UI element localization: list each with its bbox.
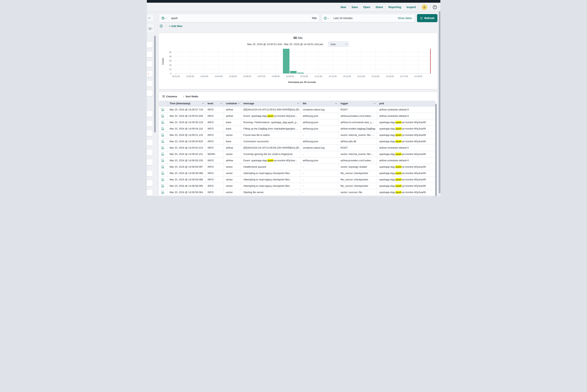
expand-document-button[interactable] [161, 133, 164, 137]
field-item-card[interactable] [147, 160, 153, 165]
column-header-logger[interactable]: logger [338, 100, 377, 106]
documents-table-panel: Columns ↕ Sort fields Time (timestamp)le… [159, 92, 438, 196]
remove-field-icon[interactable]: × [148, 72, 149, 76]
sort-fields-button[interactable]: ↕ Sort fields [183, 95, 198, 98]
cell-expand [159, 113, 167, 119]
cell-container: airflow [224, 113, 241, 119]
current-time-marker [430, 49, 431, 74]
topnav-share[interactable]: Share [376, 6, 383, 9]
x-tick-mark [318, 74, 318, 74]
column-header-message[interactable]: message [241, 100, 300, 106]
table-row: Mar 20, 2024 @ 14:08:59.065INFOvectorAtt… [159, 183, 435, 189]
column-header-level[interactable]: level [205, 100, 224, 106]
sidebar-collapse-toggle[interactable] [147, 14, 154, 22]
sidebar-scrollbar-thumb[interactable] [154, 36, 156, 132]
expand-document-button[interactable] [161, 108, 164, 111]
x-tick-label: 14:10:00 [300, 75, 308, 78]
main-content: DQL Last 18 minutes Show dates Refresh [157, 12, 438, 196]
x-tick-mark [176, 74, 176, 74]
field-item-card[interactable] [147, 81, 153, 86]
expand-document-button[interactable] [161, 140, 164, 143]
cell-level: INFO [205, 170, 224, 176]
x-tick-mark [290, 74, 290, 74]
expand-document-button[interactable] [161, 146, 164, 149]
x-gridline [190, 49, 190, 74]
sidebar-scrollbar[interactable]: ▲ [154, 34, 156, 196]
expand-document-button[interactable] [161, 159, 164, 162]
x-tick-label: 14:12:00 [329, 75, 337, 78]
chevron-down-icon [328, 17, 329, 19]
expand-document-button[interactable] [161, 184, 164, 188]
expand-document-button[interactable] [161, 165, 164, 168]
expand-document-button[interactable] [161, 172, 164, 175]
expand-document-button[interactable] [161, 121, 164, 124]
topnav-reporting[interactable]: Reporting [388, 6, 401, 9]
topnav-open[interactable]: Open [363, 6, 370, 9]
column-header-file[interactable]: file [300, 100, 338, 106]
cell-message: Event: sparkapp-dag-spark-pi-monitor-80y… [241, 113, 300, 119]
column-header-pod[interactable]: pod [377, 100, 435, 106]
cell-time: Mar 20, 2024 @ 14:09:00.825 [167, 138, 205, 144]
columns-button[interactable]: Columns [162, 95, 177, 98]
page-scrollbar[interactable] [438, 3, 440, 196]
field-item-card[interactable] [147, 42, 153, 48]
field-item-card[interactable] [147, 61, 153, 67]
cell-pod: sparkapp-dag-spark-pi-monitor-80y3uw09 [377, 176, 435, 183]
filter-icon[interactable] [160, 24, 163, 28]
app-header: NewSaveOpenShareReportingInspect a ? [147, 3, 440, 12]
time-range-subtitle: Mar 20, 2024 @ 14:00:51.418 - Mar 20, 20… [159, 42, 438, 47]
column-header-container[interactable]: container [224, 100, 241, 106]
columns-list-icon [162, 95, 165, 98]
histogram-bar[interactable] [297, 73, 304, 74]
expand-document-button[interactable] [161, 114, 164, 118]
cell-container: airflow [224, 106, 241, 113]
cell-logger: vector::internal_events::file::… [338, 151, 377, 157]
show-dates-button[interactable]: Show dates [398, 16, 414, 20]
saved-query-menu-button[interactable] [159, 14, 169, 22]
field-item-card[interactable] [147, 130, 153, 136]
cell-container: vector [224, 189, 241, 196]
calendar-menu-button[interactable] [322, 14, 331, 22]
scroll-up-arrow-icon[interactable]: ▲ [435, 102, 437, 103]
selected-fields-count-badge: 3 [148, 27, 152, 30]
column-header-time[interactable]: Time (timestamp) [167, 100, 205, 106]
query-language-button[interactable]: DQL [310, 14, 319, 22]
histogram-bar[interactable] [290, 71, 296, 74]
cell-message: Attempting to read legacy checkpoint fil… [241, 176, 300, 183]
topnav-inspect[interactable]: Inspect [406, 6, 416, 9]
field-item-card[interactable] [147, 111, 153, 117]
x-gridline [332, 49, 333, 74]
field-item-card[interactable] [147, 190, 153, 196]
field-item-card[interactable] [147, 121, 153, 126]
cell-level: INFO [205, 189, 224, 196]
field-item-card[interactable] [147, 150, 153, 156]
add-filter-button[interactable]: + Add filter [169, 25, 182, 28]
expand-document-button[interactable] [161, 152, 164, 156]
topnav-save[interactable]: Save [352, 6, 358, 9]
page-scrollbar-thumb[interactable] [439, 11, 440, 193]
cell-expand [159, 151, 167, 157]
interval-select[interactable]: Auto [328, 42, 349, 47]
topnav-new[interactable]: New [340, 6, 346, 9]
field-item-card[interactable] [147, 140, 153, 146]
expand-document-button[interactable] [161, 178, 164, 181]
table-scrollbar-thumb[interactable] [435, 104, 437, 196]
expand-document-button[interactable] [161, 190, 164, 194]
scroll-up-arrow-icon[interactable]: ▲ [154, 34, 156, 35]
help-button[interactable]: ? [433, 5, 437, 9]
field-item-card[interactable] [147, 52, 153, 57]
cell-logger: file_source::checkpointer [338, 183, 377, 189]
user-avatar[interactable]: a [422, 4, 427, 10]
search-input[interactable] [169, 14, 310, 22]
field-item-card[interactable]: × [147, 71, 153, 77]
field-item-card[interactable] [147, 170, 153, 176]
field-item-card[interactable] [147, 90, 153, 96]
y-gridline [174, 69, 430, 69]
table-scrollbar[interactable]: ▲ [435, 101, 437, 196]
histogram-plot[interactable] [174, 49, 430, 74]
field-item-card[interactable] [147, 180, 153, 186]
histogram-bar[interactable] [283, 49, 290, 74]
expand-document-button[interactable] [161, 127, 164, 130]
time-range-value[interactable]: Last 18 minutes [331, 16, 398, 20]
refresh-button[interactable]: Refresh [417, 14, 438, 22]
